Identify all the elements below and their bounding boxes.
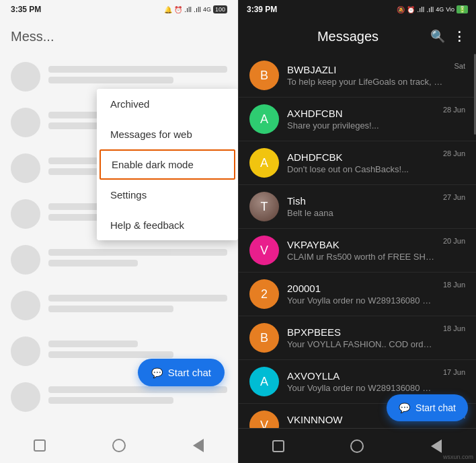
contact-avatar: A	[249, 367, 279, 396]
message-list: BBWBJAZLITo help keep your LifeGoals on …	[239, 54, 476, 428]
message-body: ADHDFCBKDon't lose out on CashBacks!...	[287, 151, 435, 174]
contact-name: AXVOYLLA	[287, 370, 435, 382]
contact-avatar: V	[249, 411, 279, 428]
avatar	[11, 199, 40, 229]
start-chat-label-right: Start chat	[415, 402, 456, 413]
home-nav-icon[interactable]	[111, 437, 127, 454]
message-preview: Your VOYLLA FASHION.. COD order 13...	[287, 339, 435, 349]
message-body: BPXPBEESYour VOYLLA FASHION.. COD order …	[287, 326, 435, 349]
avatar	[11, 62, 40, 92]
list-item	[0, 283, 238, 328]
message-body: AXHDFCBNShare your privileges!...	[287, 108, 435, 131]
square-nav-icon[interactable]	[32, 437, 48, 454]
contact-name: BWBJAZLI	[287, 64, 446, 75]
message-preview: CLAIM ur Rs500 worth of FREE SHOP...	[287, 252, 435, 262]
home-nav-icon-right[interactable]	[349, 438, 365, 454]
message-body: BWBJAZLITo help keep your LifeGoals on t…	[287, 64, 446, 87]
contact-name: BPXPBEES	[287, 326, 435, 338]
message-date: 28 Jun	[443, 149, 465, 157]
start-chat-fab-left[interactable]: 💬 Start chat	[138, 359, 225, 386]
avatar	[11, 153, 40, 183]
square-nav-icon-right[interactable]	[270, 438, 286, 454]
bottom-nav-left	[0, 428, 238, 463]
message-date: 20 Jun	[443, 237, 465, 245]
dropdown-menu: Archived Messages for web Enable dark mo…	[97, 89, 238, 240]
message-date: 18 Jun	[443, 281, 465, 289]
app-bar-icons: 🔍 ⋮	[430, 29, 465, 44]
time-right: 3:39 PM	[247, 5, 277, 14]
message-date: 27 Jun	[443, 193, 465, 201]
contact-name: Tish	[287, 195, 435, 207]
message-preview: Belt le aana	[287, 208, 435, 218]
contact-name: 200001	[287, 283, 435, 294]
status-bar-right: 3:39 PM 🔕 ⏰ .ıll .ıll 4G Vio 🔋	[239, 0, 476, 19]
chat-icon: 💬	[151, 367, 163, 378]
contact-avatar: A	[249, 104, 279, 134]
message-body: AXVOYLLAYour Voylla order no W289136080 …	[287, 370, 435, 393]
dropdown-item-help-feedback[interactable]: Help & feedback	[97, 210, 238, 240]
contact-name: VKPAYBAK	[287, 239, 435, 250]
app-bar-left: Mess...	[0, 19, 238, 54]
dropdown-item-enable-dark-mode[interactable]: Enable dark mode	[100, 149, 235, 180]
message-date: Sat	[454, 62, 465, 70]
time-left: 3:35 PM	[11, 5, 41, 14]
message-list-item[interactable]: AADHDFCBKDon't lose out on CashBacks!...…	[239, 141, 476, 185]
dropdown-item-settings[interactable]: Settings	[97, 180, 238, 210]
phone-right: 3:39 PM 🔕 ⏰ .ıll .ıll 4G Vio 🔋 Messages …	[238, 0, 476, 463]
avatar	[11, 291, 40, 320]
message-list-item[interactable]: AAXHDFCBNShare your privileges!...28 Jun	[239, 98, 476, 141]
contact-avatar: A	[249, 148, 279, 178]
contact-avatar: T	[249, 192, 279, 221]
back-nav-icon[interactable]	[190, 437, 206, 454]
left-content: Archived Messages for web Enable dark mo…	[0, 54, 238, 428]
chat-icon: 💬	[399, 402, 410, 413]
message-date: 18 Jun	[443, 324, 465, 332]
back-nav-icon-right[interactable]	[428, 438, 444, 454]
avatar	[11, 336, 40, 366]
message-list-item[interactable]: VVKPAYBAKCLAIM ur Rs500 worth of FREE SH…	[239, 229, 476, 273]
message-body: TishBelt le aana	[287, 195, 435, 218]
phone-left: 3:35 PM 🔔 ⏰ .ıll .ıll 4G 100 Mess...	[0, 0, 238, 463]
app-bar-right: Messages 🔍 ⋮	[239, 19, 476, 54]
message-list-item[interactable]: TTishBelt le aana27 Jun	[239, 185, 476, 229]
message-preview: To help keep your LifeGoals on track, Ba…	[287, 77, 446, 87]
contact-name: ADHDFCBK	[287, 151, 435, 163]
contact-avatar: B	[249, 61, 279, 90]
message-preview: Share your privileges!...	[287, 120, 435, 131]
more-options-icon[interactable]: ⋮	[453, 29, 465, 44]
app-title-right: Messages	[266, 29, 430, 44]
list-item	[0, 237, 238, 283]
start-chat-label-left: Start chat	[168, 367, 211, 378]
search-icon[interactable]: 🔍	[430, 29, 445, 44]
dropdown-item-messages-for-web[interactable]: Messages for web	[97, 119, 238, 149]
message-list-item[interactable]: 2200001Your Voylla order no W289136080 s…	[239, 273, 476, 316]
message-body: VKPAYBAKCLAIM ur Rs500 worth of FREE SHO…	[287, 239, 435, 262]
avatar	[11, 245, 40, 275]
contact-avatar: B	[249, 323, 279, 353]
message-preview: Your Voylla order no W289136080 has...	[287, 383, 435, 393]
message-date: 17 Jun	[443, 368, 465, 376]
message-preview: Your Voylla order no W289136080 shi...	[287, 295, 435, 306]
message-list-item[interactable]: BBWBJAZLITo help keep your LifeGoals on …	[239, 54, 476, 98]
status-bar-left: 3:35 PM 🔔 ⏰ .ıll .ıll 4G 100	[0, 0, 238, 19]
message-date: 28 Jun	[443, 106, 465, 114]
dropdown-item-archived[interactable]: Archived	[97, 89, 238, 119]
bottom-nav-right	[239, 428, 476, 463]
status-icons-left: 🔔 ⏰ .ıll .ıll 4G 100	[164, 5, 227, 13]
message-body: 200001Your Voylla order no W289136080 sh…	[287, 283, 435, 306]
start-chat-fab-right[interactable]: 💬 Start chat	[387, 394, 468, 421]
message-preview: Don't lose out on CashBacks!...	[287, 164, 435, 174]
app-title-left: Mess...	[11, 29, 54, 44]
contact-avatar: V	[249, 236, 279, 265]
status-icons-right: 🔕 ⏰ .ıll .ıll 4G Vio 🔋	[397, 5, 468, 13]
contact-avatar: 2	[249, 279, 279, 309]
avatar	[11, 108, 40, 137]
contact-name: AXHDFCBN	[287, 108, 435, 119]
message-list-item[interactable]: BBPXPBEESYour VOYLLA FASHION.. COD order…	[239, 316, 476, 360]
watermark: wsxun.com	[443, 454, 473, 460]
avatar	[11, 382, 40, 412]
